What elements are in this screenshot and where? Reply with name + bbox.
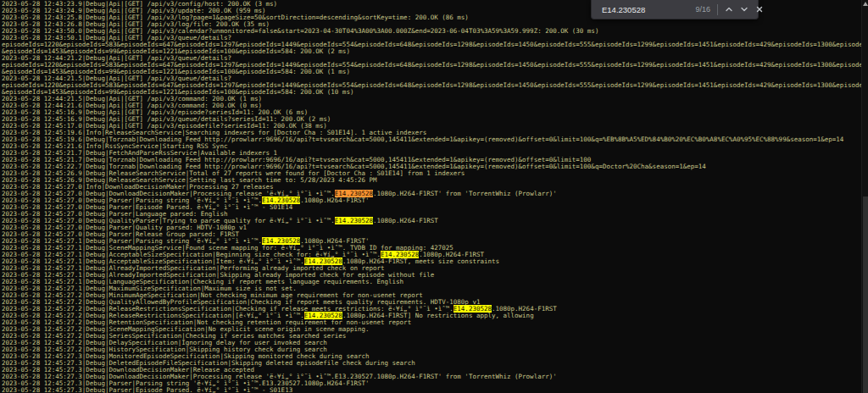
scrollbar[interactable]	[861, 0, 868, 393]
find-bar: E14.230528 9/16	[591, 0, 759, 19]
log-line: 2023-05-28 12:45:27.3|Debug|Parser|Episo…	[2, 387, 861, 393]
close-icon	[755, 5, 764, 14]
chevron-down-icon	[740, 5, 748, 14]
scroll-up-icon[interactable]	[863, 2, 868, 6]
find-bar-divider	[717, 4, 718, 15]
find-match-highlight: E14.230528	[335, 217, 373, 224]
scrollbar-thumb[interactable]	[863, 196, 868, 393]
find-input[interactable]: E14.230528	[592, 5, 685, 14]
find-close-button[interactable]	[753, 3, 766, 16]
terminal-log-output: 2023-05-28 12:43:23.9|Debug|Api|[GET] /a…	[0, 0, 861, 393]
find-next-button[interactable]	[737, 3, 751, 16]
find-match-counter: 9/16	[685, 5, 710, 14]
find-previous-button[interactable]	[722, 3, 736, 16]
chevron-up-icon	[725, 5, 733, 14]
